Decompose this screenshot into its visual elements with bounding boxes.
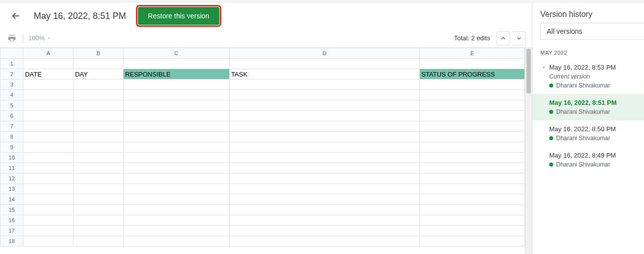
cell[interactable] bbox=[73, 205, 124, 215]
cell[interactable] bbox=[124, 90, 230, 100]
cell[interactable] bbox=[124, 184, 230, 194]
version-item[interactable]: May 16, 2022, 8:50 PMDharani Shivakumar bbox=[532, 120, 644, 147]
cell[interactable] bbox=[23, 80, 73, 90]
restore-version-button[interactable]: Restore this version bbox=[138, 7, 219, 25]
cell[interactable] bbox=[229, 59, 419, 69]
cell[interactable]: DAY bbox=[73, 69, 124, 80]
cell[interactable] bbox=[73, 59, 124, 69]
cell[interactable] bbox=[23, 194, 73, 205]
cell[interactable] bbox=[420, 215, 525, 226]
cell[interactable] bbox=[420, 142, 525, 153]
row-header[interactable]: 15 bbox=[0, 205, 23, 215]
cell[interactable] bbox=[73, 132, 124, 142]
cell[interactable] bbox=[420, 121, 525, 132]
cell[interactable] bbox=[73, 226, 124, 236]
cell[interactable] bbox=[23, 163, 73, 173]
cell[interactable] bbox=[229, 173, 419, 184]
zoom-dropdown[interactable]: 100% bbox=[28, 34, 52, 42]
cell[interactable] bbox=[229, 121, 419, 132]
cell[interactable] bbox=[420, 100, 525, 111]
cell[interactable] bbox=[124, 153, 230, 163]
cell[interactable] bbox=[73, 100, 124, 111]
cell[interactable] bbox=[229, 100, 419, 111]
row-header[interactable]: 17 bbox=[0, 226, 23, 236]
column-header[interactable]: B bbox=[73, 48, 124, 59]
row-header[interactable]: 16 bbox=[0, 215, 23, 226]
vertical-scrollbar[interactable] bbox=[525, 48, 532, 254]
row-header[interactable]: 18 bbox=[0, 236, 23, 247]
row-header[interactable]: 11 bbox=[0, 163, 23, 173]
column-header[interactable]: D bbox=[229, 48, 419, 59]
cell[interactable] bbox=[420, 173, 525, 184]
cell[interactable] bbox=[229, 111, 419, 121]
cell[interactable] bbox=[229, 215, 419, 226]
cell[interactable] bbox=[73, 111, 124, 121]
sheet-grid[interactable]: ABCDE12DATEDAYRESPONSIBLETASKSTATUS OF P… bbox=[0, 48, 525, 247]
row-header[interactable]: 1 bbox=[0, 59, 23, 69]
cell[interactable] bbox=[420, 205, 525, 215]
column-header[interactable]: E bbox=[420, 48, 525, 59]
cell[interactable] bbox=[73, 80, 124, 90]
cell[interactable] bbox=[420, 153, 525, 163]
cell[interactable] bbox=[73, 153, 124, 163]
cell[interactable] bbox=[420, 226, 525, 236]
cell[interactable] bbox=[73, 121, 124, 132]
row-header[interactable]: 2 bbox=[0, 69, 23, 80]
cell[interactable]: RESPONSIBLE bbox=[124, 69, 230, 80]
cell[interactable] bbox=[73, 142, 124, 153]
cell[interactable] bbox=[23, 173, 73, 184]
cell[interactable] bbox=[420, 184, 525, 194]
cell[interactable] bbox=[124, 132, 230, 142]
row-header[interactable]: 12 bbox=[0, 173, 23, 184]
cell[interactable] bbox=[23, 236, 73, 247]
cell[interactable] bbox=[420, 194, 525, 205]
cell[interactable] bbox=[229, 153, 419, 163]
cell[interactable] bbox=[23, 111, 73, 121]
cell[interactable] bbox=[73, 194, 124, 205]
cell[interactable] bbox=[23, 90, 73, 100]
cell[interactable]: DATE bbox=[23, 69, 73, 80]
row-header[interactable]: 3 bbox=[0, 80, 23, 90]
cell[interactable] bbox=[124, 194, 230, 205]
row-header[interactable]: 6 bbox=[0, 111, 23, 121]
cell[interactable] bbox=[420, 90, 525, 100]
cell[interactable]: STATUS OF PROGRESS bbox=[420, 69, 525, 80]
cell[interactable] bbox=[73, 173, 124, 184]
corner-cell[interactable] bbox=[0, 48, 23, 59]
row-header[interactable]: 5 bbox=[0, 100, 23, 111]
cell[interactable] bbox=[229, 90, 419, 100]
cell[interactable] bbox=[229, 226, 419, 236]
cell[interactable] bbox=[124, 236, 230, 247]
back-button[interactable] bbox=[4, 4, 28, 28]
cell[interactable] bbox=[124, 142, 230, 153]
cell[interactable] bbox=[23, 100, 73, 111]
cell[interactable] bbox=[229, 142, 419, 153]
cell[interactable] bbox=[229, 163, 419, 173]
cell[interactable] bbox=[420, 111, 525, 121]
cell[interactable] bbox=[23, 215, 73, 226]
row-header[interactable]: 13 bbox=[0, 184, 23, 194]
cell[interactable] bbox=[23, 205, 73, 215]
cell[interactable] bbox=[23, 153, 73, 163]
prev-edit-button[interactable] bbox=[496, 31, 510, 45]
row-header[interactable]: 7 bbox=[0, 121, 23, 132]
cell[interactable] bbox=[124, 226, 230, 236]
version-filter-dropdown[interactable]: All versions bbox=[540, 23, 644, 40]
cell[interactable] bbox=[124, 215, 230, 226]
row-header[interactable]: 8 bbox=[0, 132, 23, 142]
cell[interactable] bbox=[124, 100, 230, 111]
cell[interactable] bbox=[229, 236, 419, 247]
next-edit-button[interactable] bbox=[512, 31, 526, 45]
cell[interactable] bbox=[229, 184, 419, 194]
column-header[interactable]: A bbox=[23, 48, 73, 59]
cell[interactable] bbox=[73, 184, 124, 194]
cell[interactable]: TASK bbox=[229, 69, 419, 80]
cell[interactable] bbox=[23, 121, 73, 132]
cell[interactable] bbox=[124, 80, 230, 90]
row-header[interactable]: 14 bbox=[0, 194, 23, 205]
cell[interactable] bbox=[124, 111, 230, 121]
column-header[interactable]: C bbox=[124, 48, 230, 59]
version-item[interactable]: May 16, 2022, 8:53 PMCurrent versionDhar… bbox=[532, 59, 644, 94]
row-header[interactable]: 10 bbox=[0, 153, 23, 163]
cell[interactable] bbox=[229, 80, 419, 90]
